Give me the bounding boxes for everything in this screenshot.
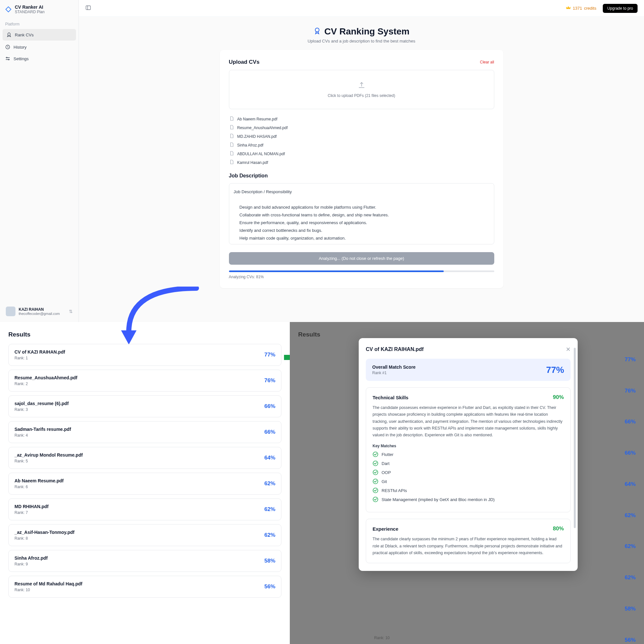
svg-point-16 [373, 497, 378, 502]
result-score: 62% [264, 506, 275, 513]
result-row[interactable]: CV of KAZI RAIHAN.pdfRank: 177% [8, 344, 281, 366]
result-row[interactable]: _az_Asif-Hasan-Tonmoy.pdfRank: 862% [8, 524, 281, 546]
result-rank: Rank: 9 [14, 562, 48, 566]
file-icon [230, 151, 234, 156]
result-name: Resume of Md Rahadul Haq.pdf [14, 581, 82, 586]
svg-point-7 [315, 28, 319, 32]
sidebar-item-settings[interactable]: Settings [0, 53, 79, 64]
results-panel-right: Results 77%76%66%66%64%62%62%62%58%56% R… [290, 322, 644, 644]
bg-result-score: 66% [625, 450, 636, 456]
result-row[interactable]: Sinha Afroz.pdfRank: 958% [8, 550, 281, 572]
key-match-item: Dart [373, 460, 564, 466]
tech-desc: The candidate possesses extensive experi… [373, 404, 564, 439]
key-match-label: State Management (implied by GetX and Bl… [382, 497, 495, 502]
sidebar-item-history[interactable]: History [0, 41, 79, 53]
result-row[interactable]: sajol_das_resume (6).pdfRank: 366% [8, 395, 281, 417]
close-icon[interactable]: ✕ [566, 346, 571, 353]
result-score: 77% [264, 352, 275, 358]
file-icon [230, 160, 234, 165]
sidebar-item-rank-cvs[interactable]: Rank CVs [3, 29, 76, 41]
check-circle-icon [373, 469, 378, 475]
svg-point-3 [6, 57, 7, 58]
result-score: 56% [264, 583, 275, 590]
credits-label: credits [584, 6, 596, 11]
result-score: 58% [264, 558, 275, 564]
results-title: Results [298, 331, 636, 338]
result-row[interactable]: Ab Naeem Resume.pdfRank: 662% [8, 473, 281, 495]
bg-result-score: 66% [625, 419, 636, 425]
sidebar-item-label: History [14, 45, 26, 50]
key-match-item: Git [373, 478, 564, 484]
result-row[interactable]: Resume_AnushuaAhmed.pdfRank: 276% [8, 370, 281, 392]
upload-text: Click to upload PDFs (21 files selected) [240, 93, 483, 98]
crown-icon [566, 5, 571, 11]
result-rank: Rank: 4 [14, 433, 71, 438]
bg-result-score: 56% [625, 637, 636, 643]
sliders-icon [5, 56, 10, 61]
result-name: Resume_AnushuaAhmed.pdf [14, 375, 77, 380]
svg-point-13 [373, 470, 378, 475]
user-menu[interactable]: KAZI RAIHAN thecoffecoder@gmail.com ⇅ [3, 304, 75, 319]
bg-result-score: 77% [625, 356, 636, 363]
file-name: Sinha Afroz.pdf [237, 143, 263, 147]
key-match-item: Flutter [373, 451, 564, 457]
scrollbar[interactable] [574, 348, 576, 528]
file-icon [230, 142, 234, 148]
result-score: 62% [264, 532, 275, 538]
sidebar: CV Ranker AI STANDARD Plan Platform Rank… [0, 0, 79, 322]
file-row: Kamrul Hasan.pdf [230, 160, 494, 165]
upload-zone[interactable]: Click to upload PDFs (21 files selected) [229, 70, 494, 109]
key-matches-label: Key Matches [373, 444, 564, 448]
result-name: _az_Avirup Mondol Resume.pdf [14, 452, 83, 458]
svg-point-11 [373, 452, 378, 457]
upload-section-title: Upload CVs [229, 59, 260, 65]
bg-result-score: 64% [625, 481, 636, 488]
panel-toggle-icon[interactable] [85, 5, 91, 12]
result-rank: Rank: 10 [14, 588, 82, 592]
page-subtitle: Upload CVs and a job description to find… [92, 39, 631, 43]
result-rank: Rank: 5 [14, 459, 83, 463]
sidebar-item-label: Rank CVs [15, 33, 34, 37]
result-rank: Rank: 7 [14, 510, 49, 515]
result-row[interactable]: MD RHIHAN.pdfRank: 762% [8, 498, 281, 520]
file-name: Ab Naeem Resume.pdf [237, 117, 278, 121]
analyze-button[interactable]: Analyzing... (Do not close or refresh th… [229, 252, 494, 265]
clear-all-link[interactable]: Clear all [480, 60, 494, 64]
file-row: MD.ZAHID HASAN.pdf [230, 134, 494, 139]
upload-card: Upload CVs Clear all Click to upload PDF… [220, 50, 503, 288]
results-title: Results [8, 331, 281, 338]
plan-label: STANDARD Plan [15, 10, 44, 14]
key-match-label: Dart [382, 461, 390, 466]
file-list: Ab Naeem Resume.pdfResume_AnushuaAhmed.p… [229, 115, 494, 166]
result-score: 62% [264, 480, 275, 487]
bg-rank-text: Rank: 10 [374, 636, 390, 640]
jd-textarea[interactable] [229, 183, 494, 244]
result-row[interactable]: _az_Avirup Mondol Resume.pdfRank: 564% [8, 447, 281, 469]
key-match-label: Git [382, 479, 387, 484]
result-row[interactable]: Sadman-Tarifs resume.pdfRank: 466% [8, 421, 281, 443]
result-name: _az_Asif-Hasan-Tonmoy.pdf [14, 530, 74, 535]
chevron-updown-icon: ⇅ [69, 309, 73, 314]
result-name: Ab Naeem Resume.pdf [14, 478, 63, 483]
result-row[interactable]: Resume of Md Rahadul Haq.pdfRank: 1056% [8, 576, 281, 598]
overall-rank: Rank #1 [372, 371, 416, 375]
sidebar-section-label: Platform [0, 19, 79, 28]
bg-result-score: 62% [625, 574, 636, 581]
modal-title: CV of KAZI RAIHAN.pdf [366, 346, 424, 352]
check-circle-icon [373, 478, 378, 484]
bg-result-score: 62% [625, 543, 636, 550]
tech-title: Technical Skills [373, 395, 408, 400]
app-logo-icon [5, 6, 12, 13]
bg-result-score: 58% [625, 606, 636, 612]
sidebar-item-label: Settings [14, 56, 29, 61]
file-row: ABDULLAH AL NOMAN.pdf [230, 151, 494, 156]
file-name: ABDULLAH AL NOMAN.pdf [237, 152, 285, 156]
clock-icon [5, 44, 10, 50]
award-icon [313, 27, 321, 36]
svg-point-15 [373, 488, 378, 493]
results-panel-left: Results CV of KAZI RAIHAN.pdfRank: 177%R… [0, 322, 290, 611]
tech-score: 90% [553, 394, 564, 401]
progress-bar [229, 270, 494, 272]
upgrade-button[interactable]: Upgrade to pro [603, 4, 638, 13]
check-circle-icon [373, 460, 378, 466]
